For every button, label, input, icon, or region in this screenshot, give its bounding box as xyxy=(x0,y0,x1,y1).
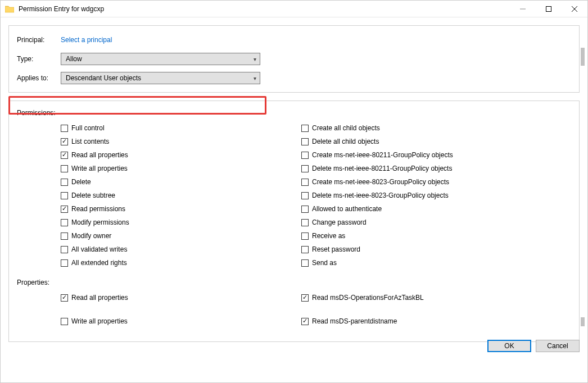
checkbox[interactable] xyxy=(61,179,68,186)
checkbox-label: Full control xyxy=(71,124,105,132)
checkbox-row: Full control xyxy=(61,121,301,135)
checkbox[interactable] xyxy=(61,259,68,267)
permissions-panel: Permissions: Full controlList contentsRe… xyxy=(8,101,580,342)
checkbox-row: Send as xyxy=(301,256,542,270)
checkbox[interactable] xyxy=(301,294,309,302)
type-row: Type: Allow ▾ xyxy=(17,53,571,65)
checkbox[interactable] xyxy=(61,318,68,325)
checkbox-label: Read all properties xyxy=(71,294,128,302)
checkbox[interactable] xyxy=(301,152,309,159)
checkbox-label: Reset password xyxy=(312,245,360,253)
checkbox-label: Write all properties xyxy=(71,165,128,172)
close-button[interactable] xyxy=(562,1,587,17)
checkbox-row: Write all properties xyxy=(61,162,301,175)
checkbox-row: Receive as xyxy=(301,229,542,243)
checkbox-label: Write all properties xyxy=(71,317,128,325)
svg-rect-1 xyxy=(546,6,551,11)
minimize-button[interactable] xyxy=(510,1,536,17)
checkbox-row: Reset password xyxy=(301,243,542,256)
checkbox-label: Modify owner xyxy=(71,232,111,240)
checkbox[interactable] xyxy=(301,192,309,199)
checkbox-label: Delete subtree xyxy=(71,191,115,199)
ok-button[interactable]: OK xyxy=(487,340,531,352)
checkbox-row: Read msDS-OperationsForAzTaskBL xyxy=(301,291,542,304)
checkbox-row: Change password xyxy=(301,216,542,229)
maximize-button[interactable] xyxy=(536,1,562,17)
checkbox-label: Create all child objects xyxy=(312,124,380,132)
type-dropdown[interactable]: Allow ▾ xyxy=(61,53,260,65)
checkbox[interactable] xyxy=(301,232,309,240)
checkbox[interactable] xyxy=(61,206,68,213)
checkbox[interactable] xyxy=(61,152,68,159)
footer-buttons: OK Cancel xyxy=(487,340,580,352)
checkbox-row: Delete ms-net-ieee-8023-GroupPolicy obje… xyxy=(301,189,542,202)
scrollbar-thumb-top[interactable] xyxy=(581,48,585,66)
principal-row: Principal: Select a principal xyxy=(17,34,571,46)
titlebar: Permission Entry for wdgcxp xyxy=(1,1,587,17)
checkbox-label: Delete all child objects xyxy=(312,138,379,145)
checkbox-label: Read all properties xyxy=(71,151,128,159)
folder-icon xyxy=(5,5,14,13)
checkbox[interactable] xyxy=(301,165,309,172)
checkbox-label: All validated writes xyxy=(71,245,127,253)
checkbox-row: Delete xyxy=(61,175,301,189)
checkbox[interactable] xyxy=(301,246,309,253)
checkbox[interactable] xyxy=(61,232,68,240)
checkbox[interactable] xyxy=(61,294,68,302)
checkbox-row: Modify permissions xyxy=(61,216,301,229)
checkbox-row: All extended rights xyxy=(61,256,301,270)
checkbox[interactable] xyxy=(301,219,309,226)
checkbox[interactable] xyxy=(301,259,309,267)
type-value: Allow xyxy=(66,55,82,63)
checkbox-label: Allowed to authenticate xyxy=(312,205,382,213)
checkbox-row: Read all properties xyxy=(61,148,301,162)
checkbox-row: Write all properties xyxy=(61,314,301,328)
checkbox[interactable] xyxy=(301,318,309,325)
checkbox-label: Create ms-net-ieee-80211-GroupPolicy obj… xyxy=(312,151,453,159)
checkbox-row: Create ms-net-ieee-80211-GroupPolicy obj… xyxy=(301,148,542,162)
permissions-heading: Permissions: xyxy=(17,109,571,117)
checkbox-label: Read permissions xyxy=(71,205,125,213)
checkbox-row: Read all properties xyxy=(61,291,301,304)
checkbox[interactable] xyxy=(301,138,309,145)
checkbox-row: Delete ms-net-ieee-80211-GroupPolicy obj… xyxy=(301,162,542,175)
applies-to-row: Applies to: Descendant User objects ▾ xyxy=(17,72,571,84)
applies-to-label: Applies to: xyxy=(17,74,61,82)
checkbox[interactable] xyxy=(61,192,68,199)
applies-to-value: Descendant User objects xyxy=(66,74,141,82)
scrollbar[interactable] xyxy=(578,43,587,331)
chevron-down-icon: ▾ xyxy=(254,75,256,81)
checkbox-label: Receive as xyxy=(312,232,345,240)
checkbox-row: Create ms-net-ieee-8023-GroupPolicy obje… xyxy=(301,175,542,189)
principal-panel: Principal: Select a principal Type: Allo… xyxy=(8,25,580,93)
properties-columns: Read all propertiesWrite all properties … xyxy=(17,291,571,328)
checkbox-row: List contents xyxy=(61,135,301,148)
scrollbar-thumb-bottom[interactable] xyxy=(581,317,585,326)
select-principal-link[interactable]: Select a principal xyxy=(61,36,112,44)
checkbox-label: Send as xyxy=(312,259,337,267)
checkbox-row: All validated writes xyxy=(61,243,301,256)
window-controls xyxy=(510,1,587,17)
checkbox-row: Read permissions xyxy=(61,202,301,216)
properties-col-left: Read all propertiesWrite all properties xyxy=(61,291,301,328)
checkbox[interactable] xyxy=(301,206,309,213)
permissions-columns: Full controlList contentsRead all proper… xyxy=(17,121,571,270)
checkbox-label: Read msDS-OperationsForAzTaskBL xyxy=(312,294,424,302)
checkbox[interactable] xyxy=(301,179,309,186)
checkbox-row: Modify owner xyxy=(61,229,301,243)
content-area: Principal: Select a principal Type: Allo… xyxy=(1,17,587,358)
applies-to-dropdown[interactable]: Descendant User objects ▾ xyxy=(61,72,260,84)
checkbox[interactable] xyxy=(301,125,309,132)
checkbox[interactable] xyxy=(61,165,68,172)
cancel-button[interactable]: Cancel xyxy=(536,340,580,352)
chevron-down-icon: ▾ xyxy=(254,56,256,62)
checkbox[interactable] xyxy=(61,125,68,132)
checkbox[interactable] xyxy=(61,246,68,253)
checkbox-label: Delete ms-net-ieee-8023-GroupPolicy obje… xyxy=(312,191,449,199)
checkbox-label: Change password xyxy=(312,218,367,226)
permissions-col-right: Create all child objectsDelete all child… xyxy=(301,121,542,270)
window-title: Permission Entry for wdgcxp xyxy=(19,5,510,13)
checkbox-label: List contents xyxy=(71,138,109,145)
checkbox[interactable] xyxy=(61,138,68,145)
checkbox[interactable] xyxy=(61,219,68,226)
